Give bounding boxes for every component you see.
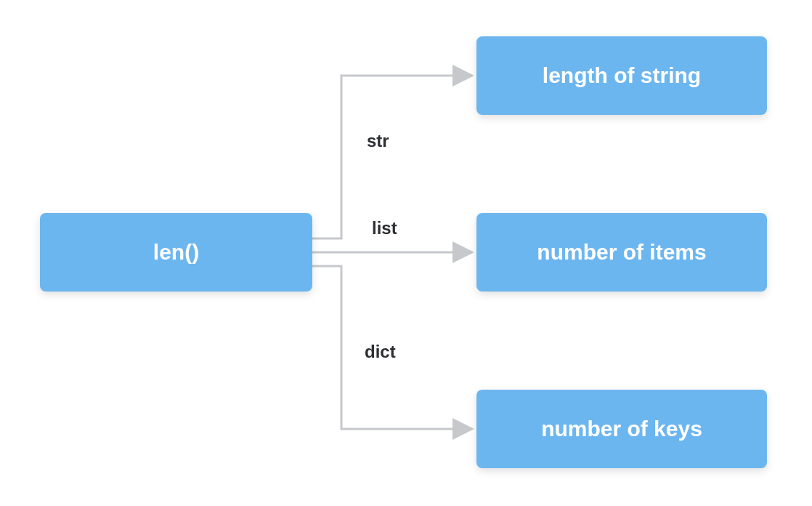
- edge-label-dict: dict: [365, 342, 396, 362]
- target-node-label: number of items: [537, 240, 706, 265]
- target-node-string: length of string: [476, 36, 767, 115]
- source-node-label: len(): [153, 240, 199, 265]
- edge-label-str: str: [367, 131, 389, 151]
- target-node-label: number of keys: [541, 417, 702, 441]
- target-node-label: length of string: [543, 63, 701, 88]
- target-node-list: number of items: [476, 213, 767, 292]
- target-node-dict: number of keys: [476, 390, 767, 468]
- source-node-len: len(): [40, 213, 312, 292]
- edge-str: [312, 76, 472, 238]
- edge-label-list: list: [372, 218, 397, 238]
